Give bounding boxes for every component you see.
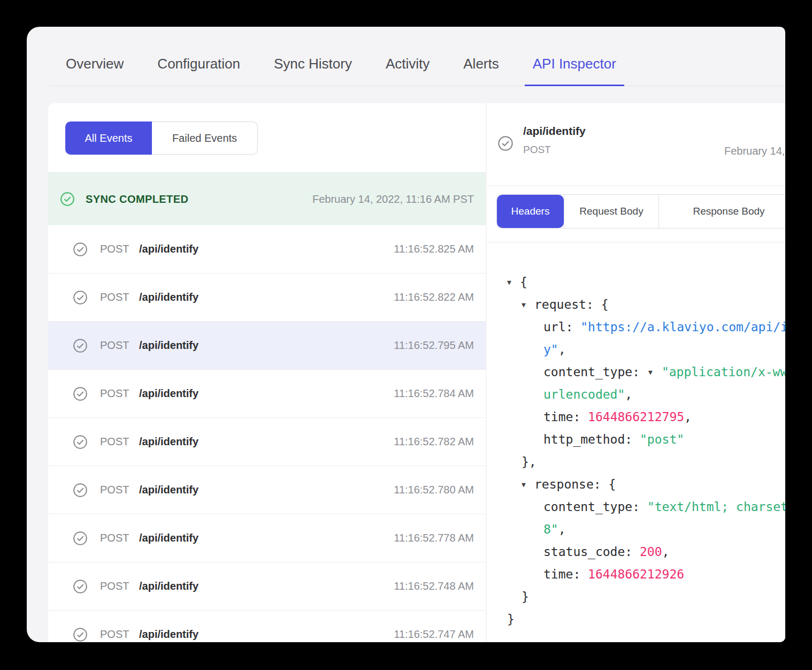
event-method: POST (100, 628, 139, 641)
check-circle-icon (73, 386, 88, 401)
event-path: /api/identify (139, 291, 198, 303)
event-time: 11:16:52.822 AM (394, 291, 474, 303)
event-time: 11:16:52.782 AM (394, 436, 474, 448)
check-circle-icon (73, 627, 88, 642)
code-token: } (522, 590, 529, 604)
sync-timestamp: February 14, 2022, 11:16 AM PST (312, 193, 474, 205)
code-token: , (662, 545, 670, 559)
nav-tab-alerts[interactable]: Alerts (455, 56, 507, 86)
event-row[interactable]: POST/api/identify11:16:52.784 AM (48, 370, 486, 418)
detail-date: February 14, 2022, 11:16 AM PST (724, 145, 785, 157)
fold-toggle-icon[interactable]: ▼ (507, 271, 520, 294)
code-line: urlencoded", (487, 383, 785, 406)
event-row[interactable]: POST/api/identify11:16:52.747 AM (48, 611, 486, 642)
fold-toggle-icon[interactable]: ▼ (522, 474, 534, 496)
event-row[interactable]: POST/api/identify11:16:52.782 AM (48, 418, 486, 466)
code-token: 200 (640, 545, 662, 559)
code-line: content_type: "text/html; charset=utf- (487, 496, 785, 518)
code-token: , (625, 387, 632, 401)
code-line: ▼{ (487, 271, 785, 293)
event-row[interactable]: POST/api/identify11:16:52.822 AM (48, 273, 486, 322)
code-token: 8" (543, 522, 558, 536)
code-token: }, (522, 455, 537, 469)
event-method: POST (100, 580, 139, 592)
code-token: 1644866212795 (588, 410, 684, 424)
detail-tabs: HeadersRequest BodyResponse Body (496, 194, 785, 229)
code-line: ▼request: { (487, 293, 785, 316)
nav-tab-sync-history[interactable]: Sync History (266, 56, 360, 86)
code-token: time: (543, 567, 588, 581)
code-token: { (520, 275, 527, 289)
event-method: POST (100, 291, 139, 303)
event-filter-toggle: All Events Failed Events (65, 121, 258, 155)
code-token: time: (543, 410, 588, 424)
code-line: } (487, 585, 785, 608)
nav-tab-api-inspector[interactable]: API Inspector (525, 56, 624, 86)
check-circle-success-icon (60, 192, 75, 207)
event-path: /api/identify (139, 628, 198, 641)
event-row[interactable]: POST/api/identify11:16:52.780 AM (48, 466, 486, 514)
check-circle-icon (73, 579, 88, 594)
top-nav: OverviewConfigurationSync HistoryActivit… (27, 27, 785, 86)
detail-tab-request-body[interactable]: Request Body (564, 195, 658, 228)
code-token: request: (534, 298, 601, 311)
app-card: OverviewConfigurationSync HistoryActivit… (27, 27, 785, 642)
nav-tab-activity[interactable]: Activity (378, 56, 438, 86)
code-token: content_type: (543, 365, 647, 379)
check-circle-icon (73, 290, 88, 305)
detail-panel: /api/identify POST February 14, 2022, 11… (487, 103, 785, 642)
detail-method: POST (523, 144, 551, 156)
code-token: content_type: (543, 500, 647, 514)
code-line: 8", (487, 518, 785, 540)
event-list-panel: All Events Failed Events SYNC COMPLETED … (48, 103, 486, 642)
event-path: /api/identify (139, 436, 198, 448)
event-time: 11:16:52.748 AM (394, 580, 474, 592)
code-view: ▼{▼request: {url: "https://a.klaviyo.com… (487, 242, 785, 630)
detail-tab-response-body[interactable]: Response Body (658, 195, 785, 228)
event-method: POST (100, 532, 139, 544)
detail-header-divider (487, 186, 785, 186)
code-line: http_method: "post" (487, 428, 785, 451)
event-path: /api/identify (139, 532, 198, 544)
page-background: OverviewConfigurationSync HistoryActivit… (0, 0, 812, 670)
code-line: time: 1644866212795, (487, 406, 785, 428)
event-time: 11:16:52.825 AM (394, 243, 474, 255)
code-line: }, (487, 451, 785, 473)
nav-tab-overview[interactable]: Overview (58, 56, 132, 86)
event-rows: POST/api/identify11:16:52.825 AMPOST/api… (48, 225, 486, 642)
detail-endpoint: /api/identify (523, 125, 586, 138)
event-time: 11:16:52.795 AM (394, 339, 474, 352)
failed-events-button[interactable]: Failed Events (152, 121, 258, 155)
code-token: status_code: (543, 545, 640, 559)
code-token: { (608, 477, 616, 491)
code-token: http_method: (543, 432, 640, 446)
code-token: "application/x-www-form- (662, 365, 785, 379)
code-token: urlencoded" (543, 387, 625, 401)
fold-toggle-icon[interactable]: ▼ (522, 294, 534, 316)
event-path: /api/identify (139, 484, 198, 496)
code-line: url: "https://a.klaviyo.com/api/identif (487, 316, 785, 338)
event-row[interactable]: POST/api/identify11:16:52.778 AM (48, 514, 486, 562)
nav-tab-configuration[interactable]: Configuration (149, 56, 248, 86)
event-path: /api/identify (139, 387, 198, 400)
check-circle-icon (73, 435, 88, 450)
code-line: ▼response: { (487, 473, 785, 496)
check-circle-icon (73, 483, 88, 498)
code-token: response: (534, 477, 608, 491)
code-token: 1644866212926 (588, 567, 684, 581)
event-row[interactable]: POST/api/identify11:16:52.825 AM (48, 225, 486, 273)
code-token: , (558, 342, 566, 356)
all-events-button[interactable]: All Events (65, 121, 152, 155)
event-path: /api/identify (139, 580, 198, 592)
event-row[interactable]: POST/api/identify11:16:52.795 AM (48, 322, 486, 370)
code-line: content_type: ▼"application/x-www-form- (487, 361, 785, 383)
event-row[interactable]: POST/api/identify11:16:52.748 AM (48, 562, 486, 611)
fold-toggle-icon[interactable]: ▼ (647, 361, 662, 384)
code-line: status_code: 200, (487, 540, 785, 563)
event-method: POST (100, 339, 139, 352)
event-method: POST (100, 387, 139, 400)
event-path: /api/identify (139, 243, 198, 255)
event-time: 11:16:52.747 AM (394, 628, 474, 641)
detail-tab-headers[interactable]: Headers (497, 195, 564, 228)
event-time: 11:16:52.778 AM (394, 532, 474, 544)
